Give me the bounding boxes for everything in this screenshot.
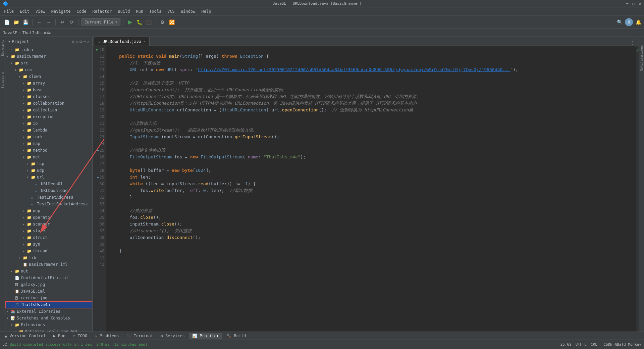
bookmarks-icon[interactable]: Bookmarks bbox=[1, 40, 4, 56]
tree-item-method[interactable]: ▶ 📁 method bbox=[5, 147, 92, 154]
tree-item-operator[interactable]: ▶ 📁 operator bbox=[5, 214, 92, 221]
project-sort-icon[interactable]: ↕ bbox=[76, 39, 78, 44]
breadcrumb-thatisus[interactable]: ThatIsUs.m4a bbox=[22, 31, 52, 35]
menu-tools[interactable]: Tools bbox=[147, 8, 164, 14]
bottom-tab-versioncontrol[interactable]: ▲ Version Control bbox=[1, 333, 49, 339]
bottom-tab-services[interactable]: ⚙ Services bbox=[157, 333, 188, 339]
tree-item-collection[interactable]: ▶ 📁 collection bbox=[5, 107, 92, 113]
run-button[interactable]: ▶ bbox=[126, 18, 134, 26]
menu-run[interactable]: Run bbox=[133, 8, 146, 14]
settings-button[interactable]: ⚙ bbox=[159, 18, 167, 26]
tree-item-extensions[interactable]: ▼ 📁 Extensions bbox=[5, 321, 92, 328]
toolbar-open[interactable]: 📁 bbox=[12, 18, 20, 26]
notifications-icon-right[interactable]: Notifications bbox=[640, 45, 643, 71]
tree-item-net[interactable]: ▼ 📁 net bbox=[5, 154, 92, 160]
project-settings-icon[interactable]: ⚙ bbox=[72, 39, 74, 44]
bottom-tab-problems[interactable]: ⚠ Problems bbox=[91, 333, 122, 339]
breadcrumb-javase[interactable]: JavaSE bbox=[3, 31, 17, 35]
tree-item-udp[interactable]: ▶ 📁 udp bbox=[5, 167, 92, 174]
tree-item-oop[interactable]: ▶ 📁 oop bbox=[5, 207, 92, 214]
tree-item-lib[interactable]: ▶ 📁 lib bbox=[5, 254, 92, 261]
bottom-tab-profiler[interactable]: 📊 Profiler bbox=[189, 333, 222, 339]
bottom-tab-todo[interactable]: ☑ TODO bbox=[69, 333, 91, 339]
tree-item-scratches[interactable]: ▼ 📝 Scratches and Consoles bbox=[5, 315, 92, 321]
toolbar-reformat[interactable]: ⟳ bbox=[68, 18, 76, 26]
close-button[interactable]: ✕ bbox=[639, 1, 641, 6]
cursor-position[interactable]: 25:69 bbox=[560, 342, 572, 347]
maximize-button[interactable]: □ bbox=[633, 1, 635, 6]
toolbar-save[interactable]: 💾 bbox=[21, 18, 30, 26]
build-status[interactable]: Build completed successfully in 1 sec, 2… bbox=[10, 342, 148, 347]
tree-item-clown[interactable]: ▼ 📁 clown bbox=[5, 73, 92, 80]
structure-icon[interactable]: Structure bbox=[1, 72, 4, 89]
toolbar-forward[interactable]: → bbox=[45, 18, 53, 26]
editor-tabs-menu[interactable]: ⋮ bbox=[627, 40, 637, 46]
tree-item-exception[interactable]: ▶ 📁 exception bbox=[5, 113, 92, 120]
bottom-tab-build[interactable]: 🔨 Build bbox=[223, 333, 249, 339]
menu-vcs[interactable]: VCS bbox=[165, 8, 177, 14]
project-gear-icon[interactable]: ⋯ bbox=[84, 39, 86, 44]
tree-item-collaboration[interactable]: ▶ 📁 collaboration bbox=[5, 100, 92, 107]
tree-item-lock[interactable]: ▶ 📁 lock bbox=[5, 134, 92, 140]
bottom-tab-run[interactable]: ▶ Run bbox=[50, 333, 69, 339]
tree-item-idea[interactable]: ▶ 📁 .idea bbox=[5, 46, 92, 53]
tree-item-javase[interactable]: ▶ 📋 JavaSE.iml bbox=[5, 288, 92, 295]
tree-item-base[interactable]: ▶ 📁 base bbox=[5, 87, 92, 93]
tree-item-url[interactable]: ▼ 📁 url bbox=[5, 174, 92, 181]
tree-item-syn[interactable]: ▶ 📁 syn bbox=[5, 241, 92, 248]
tree-item-lambda[interactable]: ▶ 📁 lambda bbox=[5, 127, 92, 134]
menu-edit[interactable]: Edit bbox=[17, 8, 32, 14]
tab-close-icon[interactable]: ✕ bbox=[143, 40, 145, 43]
tree-item-io[interactable]: ▶ 📁 io bbox=[5, 120, 92, 127]
tree-item-com[interactable]: ▼ 📁 com bbox=[5, 66, 92, 73]
tree-item-src[interactable]: ▼ 📁 src bbox=[5, 60, 92, 66]
tree-item-classes[interactable]: ▶ 📁 classes bbox=[5, 93, 92, 100]
tree-item-scanner[interactable]: ▶ 📁 scanner bbox=[5, 221, 92, 228]
menu-build[interactable]: Build bbox=[115, 8, 132, 14]
tree-item-basicgrammerl[interactable]: ▶ 📋 BasicGrammer.iml bbox=[5, 261, 92, 268]
toolbar-new-file[interactable]: 📄 bbox=[3, 18, 11, 26]
git-button[interactable]: 🔀 bbox=[168, 18, 176, 26]
tree-item-dbtools[interactable]: ▶ 📁 Database Tools and SQL bbox=[5, 328, 92, 332]
toolbar-undo[interactable]: ↩ bbox=[58, 18, 66, 26]
menu-navigate[interactable]: Navigate bbox=[49, 8, 73, 14]
tree-item-tcp[interactable]: ▶ 📁 tcp bbox=[5, 160, 92, 167]
tree-item-galaxy[interactable]: ▶ 🖼 galaxy.jpg bbox=[5, 281, 92, 288]
code-content[interactable]: public static void main(String[] args) t… bbox=[106, 46, 636, 332]
tab-urldownload[interactable]: ☕ URLDownload.java ✕ bbox=[94, 37, 150, 46]
minimize-button[interactable]: ─ bbox=[626, 1, 628, 6]
tree-item-array[interactable]: ▶ 📁 array bbox=[5, 80, 92, 87]
menu-refactor[interactable]: Refactor bbox=[90, 8, 114, 14]
menu-code[interactable]: Code bbox=[74, 8, 89, 14]
search-everywhere-button[interactable]: 🔍 bbox=[615, 18, 624, 26]
tree-item-out[interactable]: ▶ 📁 out bbox=[5, 268, 92, 275]
tree-item-basicgrammer[interactable]: ▼ 📁 BasicGrammer bbox=[5, 53, 92, 60]
tree-item-receivejpg[interactable]: ▶ 🖼 receive.jpg bbox=[5, 295, 92, 301]
tree-item-urldemo01[interactable]: ▶ ☕ URLDemo01 bbox=[5, 181, 92, 187]
project-collapse-icon[interactable]: ⊟ bbox=[79, 39, 82, 44]
debug-button[interactable]: 🐛 bbox=[136, 18, 144, 26]
tree-item-map[interactable]: ▶ 📁 map bbox=[5, 140, 92, 147]
tree-item-testinetsa[interactable]: ▶ ☕ TestInetSocketAddress bbox=[5, 201, 92, 207]
tree-item-confidentialfile[interactable]: ▶ 📄 ConfidentialFile.txt bbox=[5, 275, 92, 281]
encoding[interactable]: UTF-8 bbox=[576, 342, 587, 347]
menu-window[interactable]: Window bbox=[178, 8, 198, 14]
bottom-tab-terminal[interactable]: ⬛ Terminal bbox=[123, 333, 157, 339]
project-close-icon[interactable]: ✕ bbox=[87, 39, 90, 44]
line-separator[interactable]: CRLF bbox=[591, 342, 600, 347]
tree-item-thatisus[interactable]: ▶ 🎵 ThatIsUs.m4a bbox=[5, 301, 92, 308]
tree-item-state[interactable]: ▶ 📁 state bbox=[5, 228, 92, 234]
toolbar-back[interactable]: ← bbox=[35, 18, 43, 26]
tree-item-thread[interactable]: ▶ 📁 thread bbox=[5, 248, 92, 254]
tree-item-urldownload[interactable]: ▶ ☕ URLDownload bbox=[5, 187, 92, 194]
project-dropdown-arrow[interactable]: ▾ bbox=[8, 39, 10, 44]
menu-help[interactable]: Help bbox=[199, 8, 214, 14]
menu-view[interactable]: View bbox=[33, 8, 48, 14]
menu-file[interactable]: File bbox=[1, 8, 16, 14]
tree-item-testineta[interactable]: ▶ ☕ TestInetAddress bbox=[5, 194, 92, 201]
stop-button[interactable]: ⬛ bbox=[145, 18, 153, 26]
tree-item-struct[interactable]: ▶ 📁 struct bbox=[5, 234, 92, 241]
current-file-dropdown[interactable]: Current File ▾ bbox=[82, 18, 120, 26]
notifications-icon[interactable]: 🔔 bbox=[636, 19, 641, 25]
tree-item-extlibs[interactable]: ▶ 📚 External Libraries bbox=[5, 308, 92, 315]
